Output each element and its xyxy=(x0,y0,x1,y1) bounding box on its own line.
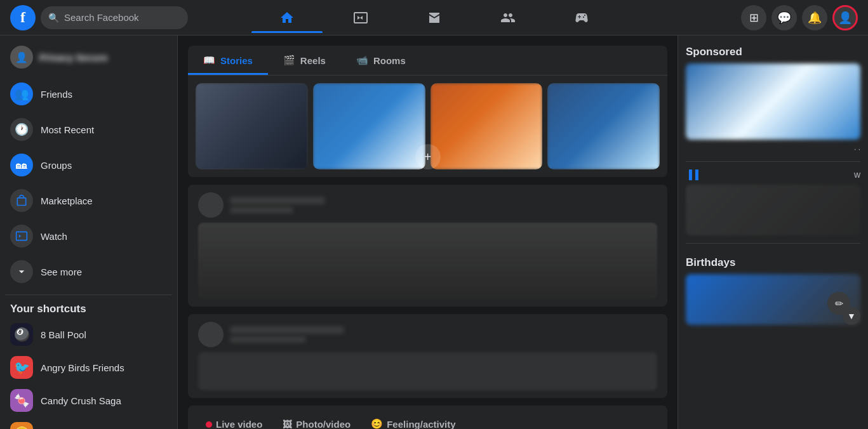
notifications-button[interactable]: 🔔 xyxy=(802,5,827,30)
story-add-button[interactable]: + xyxy=(415,144,441,169)
rooms-tab-label: Rooms xyxy=(373,55,406,66)
marketplace-icon xyxy=(10,189,33,212)
create-post-footer: Live video 🖼 Photo/video 😊 Feeling/activ… xyxy=(188,406,667,429)
post-timestamp xyxy=(230,207,293,213)
stories-section: 📖 Stories 🎬 Reels 📹 Rooms + xyxy=(188,46,667,177)
groups-icon: 🏘 xyxy=(10,154,33,176)
sponsored-label: Sponsored xyxy=(686,41,860,63)
story-card-3[interactable] xyxy=(431,83,543,169)
shortcut-8ball-pool[interactable]: 🎱 8 Ball Pool xyxy=(5,318,172,351)
photo-video-button[interactable]: 🖼 Photo/video xyxy=(275,414,358,430)
post-timestamp-2 xyxy=(230,336,306,343)
friends-icon: 👥 xyxy=(10,82,33,105)
rooms-tab-icon: 📹 xyxy=(356,55,368,66)
live-video-label: Live video xyxy=(216,419,262,430)
stories-tabs: 📖 Stories 🎬 Reels 📹 Rooms xyxy=(188,46,667,76)
messenger-button[interactable]: 💬 xyxy=(771,5,797,30)
search-bar[interactable]: 🔍 xyxy=(41,6,188,29)
sponsored-image[interactable] xyxy=(686,63,860,140)
sidebar-item-see-more[interactable]: See more xyxy=(5,254,172,289)
right-divider-1 xyxy=(686,161,860,162)
post-author-name-2 xyxy=(230,326,344,334)
post-avatar-2 xyxy=(198,322,224,347)
top-navigation: f 🔍 ⊞ 💬 🔔 � xyxy=(0,0,868,36)
sidebar-divider xyxy=(5,294,172,295)
sidebar-item-watch-label: Watch xyxy=(41,231,67,242)
shortcut-8ball-pool-label: 8 Ball Pool xyxy=(41,329,86,340)
right-blur-block-1 xyxy=(686,185,860,235)
see-all-link[interactable]: ▐▐ xyxy=(686,169,698,180)
angry-birds-icon: 🐦 xyxy=(10,356,33,379)
coin-master-icon: 🪙 xyxy=(10,422,33,429)
stories-tab-icon: 📖 xyxy=(203,55,215,66)
sidebar-user-avatar: 👤 xyxy=(10,46,33,69)
birthdays-label: Birthdays xyxy=(686,251,860,274)
shortcut-coin-master[interactable]: 🪙 Coin Master xyxy=(5,417,172,429)
sidebar-item-most-recent[interactable]: 🕐 Most Recent xyxy=(5,112,172,147)
post-card-2 xyxy=(188,314,667,398)
story-card-1[interactable] xyxy=(196,83,308,169)
sidebar-item-groups[interactable]: 🏘 Groups xyxy=(5,147,172,183)
profile-avatar-icon: 👤 xyxy=(838,11,852,25)
right-sidebar: Sponsored · · ▐▐ w Birthdays ▼ ✏ xyxy=(678,36,868,429)
sidebar-item-watch[interactable]: Watch xyxy=(5,218,172,254)
search-icon: 🔍 xyxy=(48,13,59,23)
fb-logo-letter: f xyxy=(20,9,25,26)
photo-video-label: Photo/video xyxy=(296,419,351,430)
nav-watch-button[interactable] xyxy=(325,3,396,33)
feeling-activity-button[interactable]: 😊 Feeling/activity xyxy=(363,413,463,429)
right-sidebar-inner: Sponsored · · ▐▐ w Birthdays ▼ xyxy=(686,41,860,325)
nav-home-button[interactable] xyxy=(251,3,323,33)
tab-stories[interactable]: 📖 Stories xyxy=(188,46,268,75)
stories-tab-label: Stories xyxy=(220,55,253,66)
nav-marketplace-button[interactable] xyxy=(399,3,470,33)
shortcut-angry-birds-label: Angry Birds Friends xyxy=(41,362,124,373)
profile-avatar-button[interactable]: 👤 xyxy=(832,5,858,30)
right-extra: w xyxy=(854,169,860,180)
sidebar-user-name: Privacy Secure xyxy=(39,52,108,63)
feeling-label: Feeling/activity xyxy=(387,419,455,430)
facebook-logo[interactable]: f xyxy=(10,5,36,30)
story-card-4[interactable] xyxy=(547,83,660,169)
sidebar-item-friends-label: Friends xyxy=(41,89,72,100)
most-recent-icon: 🕐 xyxy=(10,118,33,141)
see-more-icon xyxy=(10,260,33,283)
reels-tab-label: Reels xyxy=(300,55,326,66)
shortcut-angry-birds[interactable]: 🐦 Angry Birds Friends xyxy=(5,351,172,384)
post-avatar xyxy=(198,192,224,218)
live-video-icon xyxy=(206,419,212,430)
grid-menu-button[interactable]: ⊞ xyxy=(741,5,766,30)
sidebar-item-groups-label: Groups xyxy=(41,160,72,171)
left-sidebar: 👤 Privacy Secure 👥 Friends 🕐 Most Recent… xyxy=(0,36,178,429)
tab-reels[interactable]: 🎬 Reels xyxy=(268,46,341,75)
shortcuts-label: Your shortcuts xyxy=(5,300,172,318)
story-card-2[interactable] xyxy=(313,83,425,169)
8ball-pool-icon: 🎱 xyxy=(10,323,33,346)
topnav-right: ⊞ 💬 🔔 👤 xyxy=(680,5,858,30)
sidebar-item-marketplace[interactable]: Marketplace xyxy=(5,183,172,218)
post-content-2 xyxy=(198,352,657,390)
shortcut-candy-crush-label: Candy Crush Saga xyxy=(41,395,121,406)
grid-icon: ⊞ xyxy=(749,11,759,25)
stories-area: + xyxy=(188,76,667,177)
nav-groups-button[interactable] xyxy=(472,3,544,33)
photo-video-icon: 🖼 xyxy=(283,419,292,430)
reels-tab-icon: 🎬 xyxy=(283,55,295,66)
nav-gaming-button[interactable] xyxy=(546,3,617,33)
edit-float-button[interactable]: ✏ xyxy=(827,292,850,315)
sidebar-item-see-more-label: See more xyxy=(41,267,82,277)
sidebar-item-most-recent-label: Most Recent xyxy=(41,124,94,135)
sidebar-item-marketplace-label: Marketplace xyxy=(41,195,93,206)
live-video-button[interactable]: Live video xyxy=(198,414,270,430)
sidebar-item-friends[interactable]: 👥 Friends xyxy=(5,76,172,112)
edit-icon: ✏ xyxy=(835,298,843,310)
right-divider-2 xyxy=(686,243,860,244)
watch-icon xyxy=(10,225,33,248)
post-author-name xyxy=(230,197,325,204)
sidebar-user-profile[interactable]: 👤 Privacy Secure xyxy=(5,41,172,74)
tab-rooms[interactable]: 📹 Rooms xyxy=(341,46,421,75)
search-input[interactable] xyxy=(64,12,180,23)
topnav-center-nav xyxy=(188,3,680,33)
post-content xyxy=(198,223,657,299)
shortcut-candy-crush[interactable]: 🍬 Candy Crush Saga xyxy=(5,384,172,417)
